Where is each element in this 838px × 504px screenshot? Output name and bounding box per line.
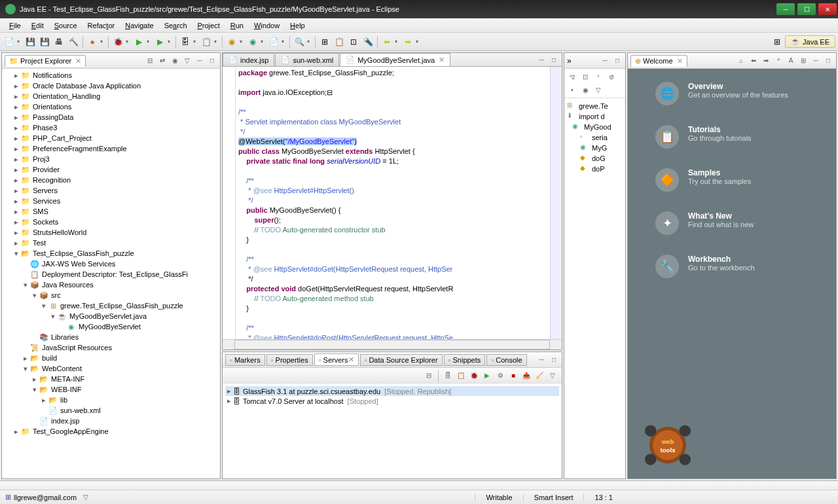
outline-item[interactable]: ⬇import d bbox=[567, 111, 623, 122]
menu-run[interactable]: Run bbox=[225, 20, 249, 31]
menu-window[interactable]: Window bbox=[249, 20, 285, 31]
perspective-javaee[interactable]: ☕Java EE bbox=[785, 35, 835, 48]
tree-item[interactable]: ▸📁Phase3 bbox=[3, 122, 219, 133]
welcome-back-icon[interactable]: ⬅ bbox=[748, 56, 759, 66]
outline-tree[interactable]: ⊞grewe.Te⬇import d◉MyGood▫seria◉MyG◆doG◆… bbox=[564, 98, 625, 478]
bottom-tab-properties[interactable]: ▫Properties bbox=[266, 354, 313, 366]
save-icon[interactable]: 💾 bbox=[24, 35, 37, 48]
outline-item[interactable]: ◆doP bbox=[567, 164, 623, 174]
server-menu-icon[interactable]: ▽ bbox=[547, 370, 558, 381]
outline-menu-icon[interactable]: ▽ bbox=[593, 84, 604, 95]
tree-item[interactable]: ▸📁Sockets bbox=[3, 217, 219, 227]
minimize-panel-icon[interactable]: ─ bbox=[194, 56, 205, 66]
focus-icon[interactable]: ◉ bbox=[580, 84, 591, 95]
tree-item[interactable]: ▸📁Test_GoogleAppEngine bbox=[3, 426, 219, 437]
menu-navigate[interactable]: Navigate bbox=[120, 20, 158, 31]
project-explorer-tab[interactable]: 📁 Project Explorer ✕ bbox=[5, 55, 86, 67]
tree-item[interactable]: 📋Deployment Descriptor: Test_Eclipse_Gla… bbox=[3, 269, 219, 279]
horizontal-scrollbar[interactable] bbox=[234, 340, 550, 350]
outline-item[interactable]: ▫seria bbox=[567, 132, 623, 143]
hide-local-icon[interactable]: • bbox=[567, 84, 577, 95]
server-publish-icon[interactable]: 📤 bbox=[521, 370, 532, 381]
minimize-button[interactable]: ─ bbox=[776, 3, 795, 15]
tree-item[interactable]: ▸📁SMS bbox=[3, 206, 219, 217]
welcome-minimize-icon[interactable]: ─ bbox=[811, 56, 821, 66]
debug-icon[interactable]: 🐞 bbox=[111, 35, 124, 48]
outline-item[interactable]: ⊞grewe.Te bbox=[567, 101, 623, 111]
editor-tab[interactable]: 📄MyGoodByeServlet.java✕ bbox=[340, 53, 450, 66]
editor-minimize-icon[interactable]: ─ bbox=[536, 54, 547, 65]
server-debug-icon[interactable]: 🐞 bbox=[469, 370, 479, 381]
welcome-maximize-icon[interactable]: □ bbox=[823, 56, 833, 66]
server-item[interactable]: ▸🗄Tomcat v7.0 Server at localhost [Stopp… bbox=[225, 396, 559, 406]
outline-item[interactable]: ◆doG bbox=[567, 153, 623, 164]
server-wizard-icon[interactable]: 📋 bbox=[456, 370, 466, 381]
outline-maximize-icon[interactable]: □ bbox=[612, 56, 623, 66]
server-start-icon[interactable]: ▶ bbox=[482, 370, 492, 381]
new-class-icon[interactable]: ◉ bbox=[225, 35, 238, 48]
menu-file[interactable]: File bbox=[4, 20, 26, 31]
bp-icon[interactable]: ● bbox=[86, 35, 99, 48]
welcome-reduce-icon[interactable]: ᴬ bbox=[773, 56, 784, 66]
tree-item[interactable]: ▾⊞grewe.Test_Eclipse_GlassFish_puzzle bbox=[3, 300, 219, 311]
welcome-item-workbench[interactable]: 🔧WorkbenchGo to the workbench bbox=[636, 255, 828, 278]
welcome-enlarge-icon[interactable]: A bbox=[786, 56, 796, 66]
tree-item[interactable]: ▾📦src bbox=[3, 290, 219, 300]
scope-icon[interactable]: ⊡ bbox=[347, 35, 360, 48]
tree-item[interactable]: 📄sun-web.xml bbox=[3, 405, 219, 416]
tree-item[interactable]: ▸📂build bbox=[3, 353, 219, 363]
close-button[interactable]: ✕ bbox=[818, 3, 837, 15]
run-last-icon[interactable]: ▶ bbox=[153, 35, 166, 48]
bottom-tab-servers[interactable]: ▫Servers ✕ bbox=[314, 353, 359, 366]
menu-project[interactable]: Project bbox=[192, 20, 225, 31]
user-email[interactable]: llgrewe@gmail.com bbox=[14, 494, 77, 501]
tree-item[interactable]: 📄index.jsp bbox=[3, 416, 219, 426]
tree-item[interactable]: ▸📁Proj3 bbox=[3, 154, 219, 164]
tree-item[interactable]: ▸📁Services bbox=[3, 196, 219, 206]
tree-item[interactable]: ▾📂WEB-INF bbox=[3, 384, 219, 395]
welcome-custom-icon[interactable]: ⊞ bbox=[798, 56, 809, 66]
welcome-item-overview[interactable]: 🌐OverviewGet an overview of the features bbox=[636, 82, 828, 105]
tree-item[interactable]: ▸📂lib bbox=[3, 395, 219, 405]
new-icon[interactable]: 📄 bbox=[3, 35, 16, 48]
menu-help[interactable]: Help bbox=[285, 20, 310, 31]
tree-item[interactable]: ▸📁Servers bbox=[3, 185, 219, 196]
project-tree[interactable]: ▸📁Notifications▸📁Oracle Database Java Ap… bbox=[2, 69, 220, 478]
server-list[interactable]: ▸🗄GlassFish 3.1 at puzzle.sci.csueastbay… bbox=[223, 384, 562, 408]
sort-icon[interactable]: ᵃz bbox=[567, 71, 577, 82]
editor-overview-ruler[interactable] bbox=[550, 67, 562, 339]
tree-item[interactable]: ◉MyGoodByeServlet bbox=[3, 321, 219, 332]
tree-item[interactable]: ▾📂Test_Eclipse_GlassFish_puzzle bbox=[3, 248, 219, 259]
tree-item[interactable]: ▸📁Notifications bbox=[3, 70, 219, 81]
focus-task-icon[interactable]: ◉ bbox=[170, 56, 180, 66]
maximize-panel-icon[interactable]: □ bbox=[207, 56, 217, 66]
tree-item[interactable]: ▸📁Provider bbox=[3, 164, 219, 175]
link-editor-icon[interactable]: ⇄ bbox=[157, 56, 168, 66]
bottom-maximize-icon[interactable]: □ bbox=[549, 355, 559, 365]
tree-item[interactable]: 📚Libraries bbox=[3, 332, 219, 342]
collapse-all-icon[interactable]: ⊟ bbox=[145, 56, 155, 66]
welcome-fwd-icon[interactable]: ➡ bbox=[761, 56, 771, 66]
bottom-tab-snippets[interactable]: ▫Snippets bbox=[444, 354, 486, 366]
tree-item[interactable]: 📜JavaScript Resources bbox=[3, 342, 219, 353]
tree-item[interactable]: ▾📂WebContent bbox=[3, 363, 219, 374]
editor-gutter[interactable] bbox=[223, 67, 236, 339]
code-area[interactable]: package grewe.Test_Eclipse_GlassFish_puz… bbox=[236, 67, 550, 339]
new-xml-icon[interactable]: 📄 bbox=[267, 35, 280, 48]
editor-tab[interactable]: 📄sun-web.xml bbox=[275, 53, 339, 66]
server-nolabel-icon[interactable]: ⊟ bbox=[424, 370, 434, 381]
welcome-tab[interactable]: ⊕ Welcome ✕ bbox=[630, 55, 687, 67]
welcome-item-samples[interactable]: 🔶SamplesTry out the samples bbox=[636, 168, 828, 192]
print-icon[interactable]: 🖶 bbox=[52, 35, 65, 48]
tree-item[interactable]: ▸📁Oracle Database Java Application bbox=[3, 81, 219, 91]
task-icon[interactable]: 📋 bbox=[333, 35, 346, 48]
tree-item[interactable]: ▸📁Orientation_Handling bbox=[3, 91, 219, 101]
back-icon[interactable]: ⬅ bbox=[380, 35, 393, 48]
welcome-item-whatsnew[interactable]: ✦What's NewFind out what is new bbox=[636, 211, 828, 235]
annotation-icon[interactable]: ⊞ bbox=[318, 35, 331, 48]
bottom-tab-data-source-explorer[interactable]: ▫Data Source Explorer bbox=[360, 354, 443, 366]
hide-fields-icon[interactable]: ⊡ bbox=[580, 71, 591, 82]
bottom-tab-markers[interactable]: ▫Markers bbox=[225, 354, 265, 366]
bottom-minimize-icon[interactable]: ─ bbox=[536, 355, 547, 365]
tree-item[interactable]: ▸📁PassingData bbox=[3, 112, 219, 122]
